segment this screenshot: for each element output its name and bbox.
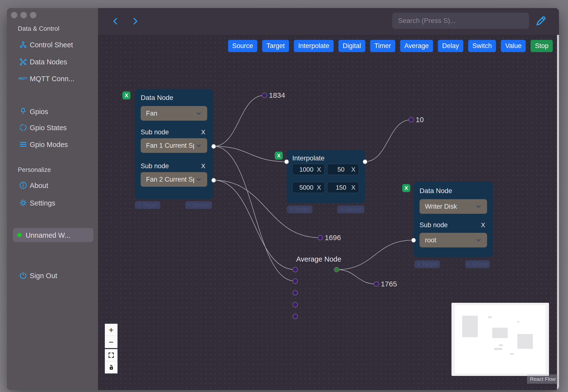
- average-target-handle[interactable]: [292, 278, 298, 284]
- chevron-down-icon: [475, 237, 482, 243]
- average-node-title: Average Node: [296, 255, 341, 263]
- writer-type-select[interactable]: Writer Disk: [419, 199, 487, 214]
- delete-node-button[interactable]: X: [402, 184, 410, 192]
- source-handle[interactable]: [362, 159, 368, 164]
- react-flow-attribution[interactable]: React Flow: [527, 375, 558, 384]
- sidebar-item-sign-out[interactable]: Sign Out: [7, 269, 98, 282]
- remove-sub-node-button[interactable]: X: [201, 162, 205, 170]
- add-target-button[interactable]: + Target: [287, 206, 313, 213]
- plus-icon: +: [109, 326, 114, 334]
- toolbar-button-stop[interactable]: Stop: [530, 40, 553, 52]
- sidebar-item-settings[interactable]: Settings: [7, 196, 98, 210]
- writer-sub-select[interactable]: root: [419, 233, 487, 247]
- flow-canvas[interactable]: Source Target Interpolate Digital Timer …: [98, 8, 559, 390]
- interpolate-input[interactable]: 50 X: [327, 164, 359, 175]
- delete-node-button[interactable]: X: [275, 152, 283, 160]
- toolbar-button-delay[interactable]: Delay: [438, 40, 463, 52]
- node-toolbar: Source Target Interpolate Digital Timer …: [228, 40, 553, 52]
- target-handle[interactable]: [284, 159, 289, 164]
- sidebar-item-control-sheet[interactable]: Control Sheet: [7, 38, 98, 51]
- toolbar-button-value[interactable]: Value: [501, 40, 526, 52]
- value-endpoint[interactable]: [374, 281, 379, 287]
- interpolate-input[interactable]: 1000 X: [292, 164, 325, 175]
- select-value: Writer Disk: [425, 203, 474, 210]
- minus-icon: −: [109, 338, 114, 346]
- average-output-handle[interactable]: [334, 267, 339, 272]
- fan-sub1-select[interactable]: Fan 1 Current Spe: [141, 138, 207, 153]
- toolbar-button-timer[interactable]: Timer: [370, 40, 395, 52]
- toolbar-button-target[interactable]: Target: [262, 40, 289, 52]
- average-source-handle[interactable]: [292, 314, 298, 319]
- chevron-down-icon: [195, 142, 202, 149]
- sidebar-item-mqtt[interactable]: ▪MQTT MQTT Conn...: [7, 72, 98, 85]
- sidebar-section-personalize: Personalize: [18, 166, 51, 174]
- zoom-in-button[interactable]: +: [105, 324, 117, 336]
- toolbar-button-interpolate[interactable]: Interpolate: [294, 40, 334, 52]
- toolbar-button-digital[interactable]: Digital: [338, 40, 365, 52]
- traffic-light-zoom[interactable]: [30, 12, 36, 18]
- sidebar-item-label: Gpio Modes: [30, 141, 68, 149]
- remove-value-button[interactable]: X: [351, 184, 355, 191]
- average-target-handle[interactable]: [292, 302, 298, 308]
- sidebar-item-data-nodes[interactable]: Data Nodes: [7, 55, 98, 69]
- sidebar-item-gpios[interactable]: Gpios: [7, 105, 98, 118]
- fit-view-button[interactable]: [105, 349, 117, 361]
- target-handle[interactable]: [411, 238, 416, 243]
- chevron-down-icon: [195, 176, 202, 182]
- mqtt-icon: ▪MQTT: [18, 77, 27, 80]
- add-source-button[interactable]: + Source: [185, 201, 212, 209]
- interpolate-input[interactable]: 150 X: [327, 182, 359, 193]
- pencil-icon[interactable]: [535, 15, 547, 27]
- input-value: 50: [331, 166, 351, 173]
- source-handle[interactable]: [211, 144, 216, 149]
- lock-button[interactable]: [105, 361, 117, 374]
- toolbar-button-source[interactable]: Source: [228, 40, 258, 52]
- remove-sub-node-button[interactable]: X: [481, 221, 485, 229]
- input-value: 1000: [296, 166, 317, 173]
- minimap-node: [517, 334, 533, 349]
- canvas-scrollbar[interactable]: [557, 35, 559, 390]
- traffic-light-close[interactable]: [11, 12, 17, 18]
- chevron-right-icon[interactable]: [131, 17, 139, 25]
- add-target-button[interactable]: + Target: [135, 201, 160, 209]
- sidebar-item-label: Gpio States: [30, 124, 67, 132]
- fan-type-select[interactable]: Fan: [141, 106, 207, 121]
- remove-sub-node-button[interactable]: X: [201, 128, 205, 136]
- sidebar: Data & Control Control Sheet Data Nodes …: [7, 8, 98, 390]
- minimap[interactable]: [451, 303, 549, 376]
- zoom-out-button[interactable]: −: [105, 336, 117, 348]
- remove-value-button[interactable]: X: [317, 166, 321, 173]
- traffic-light-minimize[interactable]: [20, 12, 27, 18]
- source-handle[interactable]: [211, 178, 216, 183]
- toolbar-button-switch[interactable]: Switch: [468, 40, 496, 52]
- fan-sub2-select[interactable]: Fan 2 Current Spe: [141, 172, 207, 187]
- toolbar-button-average[interactable]: Average: [400, 40, 433, 52]
- sidebar-item-gpio-states[interactable]: Gpio States: [7, 121, 98, 134]
- sidebar-section-data-control: Data & Control: [18, 25, 59, 32]
- minimap-node: [494, 348, 502, 350]
- add-source-button[interactable]: + Source: [337, 206, 364, 213]
- sidebar-item-about[interactable]: About: [7, 179, 98, 192]
- node-interpolate[interactable]: Interpolate 1000 X 50 X 5000 X 150 X: [286, 150, 365, 203]
- average-target-handle[interactable]: [292, 267, 298, 272]
- sidebar-item-gpio-modes[interactable]: Gpio Modes: [7, 138, 98, 151]
- edge-value-label: 1696: [325, 234, 341, 242]
- input-value: 5000: [296, 184, 317, 191]
- chevron-left-icon[interactable]: [111, 17, 120, 25]
- add-target-button[interactable]: + Target: [415, 260, 440, 268]
- node-data-fan[interactable]: Data Node Fan Sub node X Fan 1 Current S…: [135, 89, 213, 199]
- sidebar-item-label: Sign Out: [30, 272, 57, 280]
- value-endpoint[interactable]: [318, 235, 323, 240]
- search-input[interactable]: [392, 13, 529, 29]
- node-data-writer[interactable]: Data Node Writer Disk Sub node X root: [414, 182, 493, 257]
- node-title: Data Node: [141, 94, 173, 102]
- delete-node-button[interactable]: X: [122, 91, 130, 99]
- interpolate-input[interactable]: 5000 X: [292, 182, 325, 193]
- sidebar-item-workspace[interactable]: Unnamed W...: [13, 228, 93, 242]
- add-source-button[interactable]: + Source: [465, 260, 490, 268]
- remove-value-button[interactable]: X: [351, 166, 355, 173]
- remove-value-button[interactable]: X: [317, 184, 321, 191]
- value-endpoint[interactable]: [409, 117, 414, 122]
- value-endpoint[interactable]: [262, 93, 267, 98]
- average-target-handle[interactable]: [292, 290, 298, 295]
